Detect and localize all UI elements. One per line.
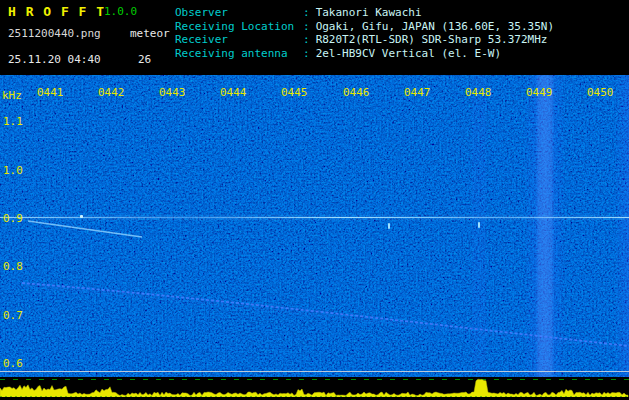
freq-unit-label: kHz — [2, 89, 22, 102]
info-row: Receiver:R820T2(RTL-SDR) SDR-Sharp 53.37… — [175, 33, 554, 47]
info-separator: : — [303, 47, 310, 61]
time-tick-label: 0450 — [587, 86, 614, 99]
time-tick-label: 0448 — [465, 86, 492, 99]
freq-tick-label: 0.6 — [3, 357, 23, 370]
app-version: 1.0.0 — [104, 5, 137, 18]
freq-tick-label: 1.0 — [3, 164, 23, 177]
trace-overlay — [0, 75, 629, 377]
info-separator: : — [303, 6, 310, 20]
level-meter — [0, 377, 629, 397]
level-waveform — [0, 379, 628, 397]
meteor-ping — [80, 215, 83, 218]
info-label: Receiver — [175, 33, 303, 47]
carrier-line — [0, 217, 629, 218]
datetime: 25.11.20 04:40 — [8, 53, 101, 66]
meteor-ping — [478, 222, 480, 228]
freq-tick-label: 0.9 — [3, 212, 23, 225]
freq-tick-label: 0.7 — [3, 309, 23, 322]
time-tick-label: 0449 — [526, 86, 553, 99]
time-tick-label: 0442 — [98, 86, 125, 99]
marker-line — [0, 371, 629, 372]
level-graph — [0, 377, 629, 397]
info-label: Observer — [175, 6, 303, 20]
time-tick-label: 0445 — [281, 86, 308, 99]
time-tick-label: 0447 — [404, 86, 431, 99]
time-tick-label: 0441 — [37, 86, 64, 99]
info-value: Takanori Kawachi — [316, 6, 422, 20]
spectrogram: kHz 0441 0442 0443 0444 0445 0446 0447 0… — [0, 75, 629, 377]
echo-count: 26 — [138, 53, 151, 66]
info-value: R820T2(RTL-SDR) SDR-Sharp 53.372MHz — [316, 33, 548, 47]
info-separator: : — [303, 33, 310, 47]
drift-trace-halo — [22, 285, 629, 349]
info-value: 2el-HB9CV Vertical (el. E-W) — [316, 47, 501, 61]
hrofft-window: H R O F F T 1.0.0 2511200440.png meteor … — [0, 0, 629, 400]
meteor-ping — [388, 223, 390, 229]
station-info: Observer:Takanori Kawachi Receiving Loca… — [175, 6, 554, 60]
freq-tick-label: 0.8 — [3, 260, 23, 273]
app-title: H R O F F T — [8, 4, 105, 19]
info-label: Receiving antenna — [175, 47, 303, 61]
info-value: Ogaki, Gifu, JAPAN (136.60E, 35.35N) — [316, 20, 554, 34]
header: H R O F F T 1.0.0 2511200440.png meteor … — [0, 0, 629, 75]
time-tick-label: 0444 — [220, 86, 247, 99]
info-label: Receiving Location — [175, 20, 303, 34]
info-row: Receiving Location:Ogaki, Gifu, JAPAN (1… — [175, 20, 554, 34]
time-tick-label: 0446 — [343, 86, 370, 99]
freq-tick-label: 1.1 — [3, 115, 23, 128]
time-tick-label: 0443 — [159, 86, 186, 99]
info-row: Receiving antenna:2el-HB9CV Vertical (el… — [175, 47, 554, 61]
info-row: Observer:Takanori Kawachi — [175, 6, 554, 20]
filename: 2511200440.png — [8, 27, 101, 40]
mode-label: meteor — [130, 27, 170, 40]
info-separator: : — [303, 20, 310, 34]
meteor-echo-trace — [28, 221, 142, 237]
